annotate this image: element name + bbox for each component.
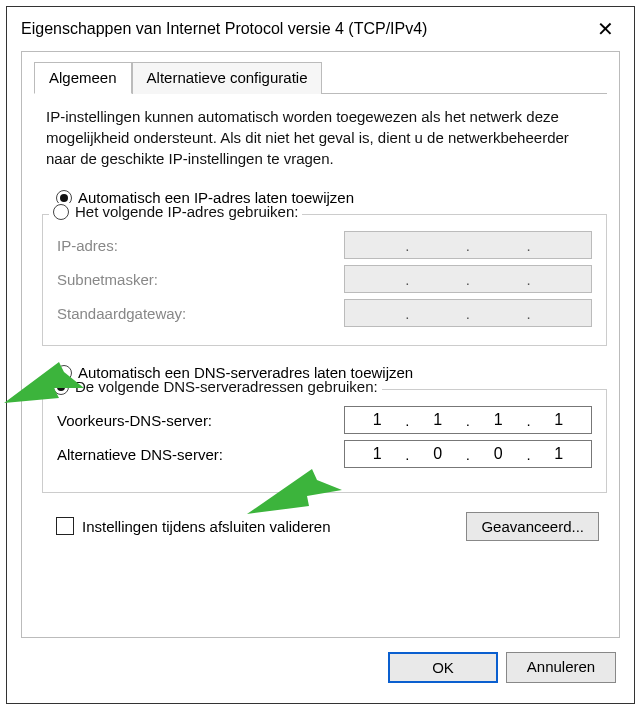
- subnet-label: Subnetmasker:: [57, 271, 344, 288]
- ip-manual-label: Het volgende IP-adres gebruiken:: [75, 203, 298, 220]
- ip-address-label: IP-adres:: [57, 237, 344, 254]
- gateway-field: . . .: [344, 299, 592, 327]
- subnet-field: . . .: [344, 265, 592, 293]
- preferred-dns-field[interactable]: 1. 1. 1. 1: [344, 406, 592, 434]
- close-icon[interactable]: ✕: [591, 17, 620, 41]
- tab-bar: Algemeen Alternatieve configuratie: [34, 62, 607, 94]
- titlebar: Eigenschappen van Internet Protocol vers…: [7, 7, 634, 51]
- alternate-dns-label: Alternatieve DNS-server:: [57, 446, 344, 463]
- description-text: IP-instellingen kunnen automatisch worde…: [34, 106, 607, 185]
- ip-address-field: . . .: [344, 231, 592, 259]
- preferred-dns-label: Voorkeurs-DNS-server:: [57, 412, 344, 429]
- ip-manual-option[interactable]: Het volgende IP-adres gebruiken:: [49, 203, 302, 220]
- ipv4-properties-dialog: Eigenschappen van Internet Protocol vers…: [6, 6, 635, 704]
- ip-manual-group: Het volgende IP-adres gebruiken: IP-adre…: [42, 214, 607, 346]
- window-title: Eigenschappen van Internet Protocol vers…: [21, 20, 591, 38]
- tab-general[interactable]: Algemeen: [34, 62, 132, 94]
- dns-manual-option[interactable]: De volgende DNS-serveradressen gebruiken…: [49, 378, 382, 395]
- cancel-button[interactable]: Annuleren: [506, 652, 616, 683]
- radio-icon: [53, 204, 69, 220]
- tab-alternate[interactable]: Alternatieve configuratie: [132, 62, 323, 94]
- dns-manual-label: De volgende DNS-serveradressen gebruiken…: [75, 378, 378, 395]
- gateway-label: Standaardgateway:: [57, 305, 344, 322]
- ok-button[interactable]: OK: [388, 652, 498, 683]
- dns-manual-group: De volgende DNS-serveradressen gebruiken…: [42, 389, 607, 493]
- advanced-button[interactable]: Geavanceerd...: [466, 512, 599, 541]
- dialog-footer: OK Annuleren: [21, 638, 620, 689]
- radio-icon: [53, 379, 69, 395]
- alternate-dns-field[interactable]: 1. 0. 0. 1: [344, 440, 592, 468]
